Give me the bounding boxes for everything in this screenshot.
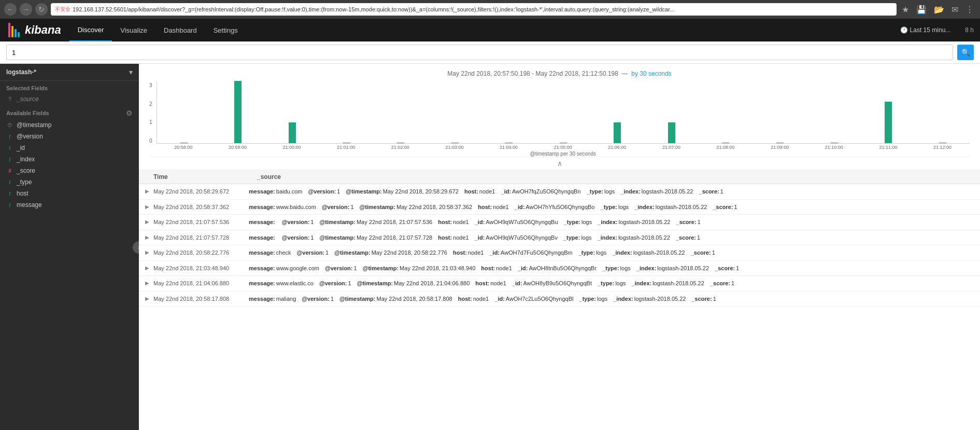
field-name-source: _source: [17, 95, 39, 103]
timestamp-type-icon: ⏱: [6, 122, 13, 128]
table-row[interactable]: ▶ May 22nd 2018, 21:07:57.728 message: @…: [139, 230, 980, 246]
host-type-icon: t: [6, 191, 13, 197]
table-row[interactable]: ▶ May 22nd 2018, 20:58:17.808 message:ma…: [139, 292, 980, 307]
chart-x-title: @timestamp per 30 seconds: [157, 151, 970, 157]
results-area: Time _source ▶ May 22nd 2018, 20:58:29.6…: [139, 170, 980, 430]
nav-visualize[interactable]: Visualize: [112, 19, 155, 41]
back-button[interactable]: ←: [4, 3, 17, 16]
row-expand-icon[interactable]: ▶: [145, 187, 153, 194]
content-area: May 22nd 2018, 20:57:50.198 - May 22nd 2…: [139, 64, 980, 430]
kibana-logo: kibana: [0, 19, 69, 41]
row-source: message: @version:1 @timestamp:May 22nd …: [249, 233, 974, 242]
chart-x-labels: 20:58:00 20:59:00 21:00:00 21:01:00 21:0…: [157, 145, 970, 150]
message-type-icon: t: [6, 202, 13, 208]
nav-menu: Discover Visualize Dashboard Settings: [69, 19, 246, 41]
field-timestamp[interactable]: ⏱ @timestamp: [0, 119, 139, 131]
search-bar: 🔍: [0, 41, 980, 64]
index-field-name: _index: [17, 156, 35, 163]
table-row[interactable]: ▶ May 22nd 2018, 21:03:48.940 message:ww…: [139, 261, 980, 276]
row-source: message:check @version:1 @timestamp:May …: [249, 248, 974, 257]
refresh-button[interactable]: ↻: [35, 3, 48, 16]
url-text: 192.168.137.52:5601/app/kibana#/discover…: [73, 6, 674, 12]
row-time: May 22nd 2018, 20:58:37.362: [153, 203, 249, 210]
row-source: message:www.elastic.co @version:1 @times…: [249, 279, 974, 288]
url-bar[interactable]: 不安全 192.168.137.52:5601/app/kibana#/disc…: [51, 3, 897, 16]
field-host[interactable]: t host: [0, 188, 139, 199]
browser-bar: ← → ↻ 不安全 192.168.137.52:5601/app/kibana…: [0, 0, 980, 19]
results-header: Time _source: [139, 170, 980, 184]
row-time: May 22nd 2018, 21:03:48.940: [153, 264, 249, 271]
sidebar: logstash-* ▾ Selected Fields ? _source A…: [0, 64, 139, 430]
row-source: message: @version:1 @timestamp:May 22nd …: [249, 218, 974, 227]
index-selector[interactable]: logstash-* ▾: [0, 64, 139, 81]
sidebar-collapse-button[interactable]: ›: [133, 241, 139, 254]
id-field-name: _id: [17, 144, 25, 151]
chart-bars-container: [157, 81, 970, 144]
field-type-icon: ?: [6, 96, 13, 102]
chart-interval-link[interactable]: by 30 seconds: [631, 70, 671, 77]
search-input[interactable]: [6, 45, 953, 60]
kibana-nav: kibana Discover Visualize Dashboard Sett…: [0, 19, 980, 41]
chart-y-axis: 3 2 1 0: [149, 81, 157, 144]
row-expand-icon[interactable]: ▶: [145, 233, 153, 240]
security-badge: 不安全: [55, 6, 70, 13]
score-type-icon: #: [6, 168, 13, 174]
index-type-icon: t: [6, 157, 13, 162]
field-id[interactable]: t _id: [0, 142, 139, 154]
chevron-up-icon: ∧: [557, 159, 562, 168]
row-time: May 22nd 2018, 21:07:57.728: [153, 233, 249, 241]
forward-button[interactable]: →: [20, 3, 32, 16]
nav-discover[interactable]: Discover: [69, 19, 112, 41]
row-expand-icon[interactable]: ▶: [145, 203, 153, 210]
row-expand-icon[interactable]: ▶: [145, 248, 153, 255]
nav-dashboard[interactable]: Dashboard: [155, 19, 205, 41]
open-button[interactable]: 📂: [932, 4, 946, 16]
field-version[interactable]: t @version: [0, 131, 139, 142]
message-field-name: message: [17, 201, 42, 209]
table-row[interactable]: ▶ May 22nd 2018, 21:07:57.536 message: @…: [139, 215, 980, 230]
share-button[interactable]: ✉: [949, 4, 960, 16]
star-button[interactable]: ★: [900, 4, 911, 16]
table-row[interactable]: ▶ May 22nd 2018, 20:58:37.362 message:ww…: [139, 200, 980, 215]
row-expand-icon[interactable]: ▶: [145, 295, 153, 301]
score-field-name: _score: [17, 167, 35, 174]
selected-fields-title: Selected Fields: [0, 81, 139, 93]
field-message[interactable]: t message: [0, 199, 139, 211]
chart-date-range: May 22nd 2018, 20:57:50.198 - May 22nd 2…: [149, 70, 970, 77]
row-time: May 22nd 2018, 21:07:57.536: [153, 218, 249, 225]
row-expand-icon[interactable]: ▶: [145, 264, 153, 271]
search-button[interactable]: 🔍: [957, 45, 974, 60]
logo-stripes: [8, 23, 20, 37]
time-filter[interactable]: 🕐 Last 15 minu...: [892, 26, 959, 34]
source-column-header: _source: [257, 173, 974, 181]
timestamp-field-name: @timestamp: [17, 121, 52, 129]
kibana-wordmark: kibana: [25, 23, 61, 37]
type-type-icon: t: [6, 179, 13, 185]
save-button[interactable]: 💾: [914, 4, 929, 16]
table-row[interactable]: ▶ May 22nd 2018, 20:58:22.776 message:ch…: [139, 245, 980, 261]
available-fields-title: Available Fields: [6, 110, 49, 116]
host-field-name: host: [17, 190, 29, 197]
index-dropdown-button[interactable]: ▾: [129, 68, 133, 76]
field-type[interactable]: t _type: [0, 176, 139, 188]
version-type-icon: t: [6, 134, 13, 140]
field-index[interactable]: t _index: [0, 154, 139, 165]
nav-settings[interactable]: Settings: [205, 19, 246, 41]
table-row[interactable]: ▶ May 22nd 2018, 21:04:06.880 message:ww…: [139, 276, 980, 292]
gear-button[interactable]: ⚙: [126, 109, 133, 117]
table-row[interactable]: ▶ May 22nd 2018, 20:58:29.672 message:ba…: [139, 184, 980, 200]
row-time: May 22nd 2018, 20:58:17.808: [153, 295, 249, 302]
top-right-info: 8 h: [959, 26, 980, 34]
menu-button[interactable]: ⋮: [963, 4, 976, 16]
index-name: logstash-*: [6, 68, 36, 76]
field-score[interactable]: # _score: [0, 165, 139, 176]
main-layout: logstash-* ▾ Selected Fields ? _source A…: [0, 64, 980, 430]
field-source[interactable]: ? _source: [0, 93, 139, 105]
row-expand-icon[interactable]: ▶: [145, 279, 153, 286]
row-source: message:maliang @version:1 @timestamp:Ma…: [249, 295, 974, 303]
id-type-icon: t: [6, 145, 13, 151]
type-field-name: _type: [17, 178, 32, 186]
chart-collapse-button[interactable]: ∧: [149, 157, 970, 170]
version-field-name: @version: [17, 133, 43, 140]
row-expand-icon[interactable]: ▶: [145, 218, 153, 225]
